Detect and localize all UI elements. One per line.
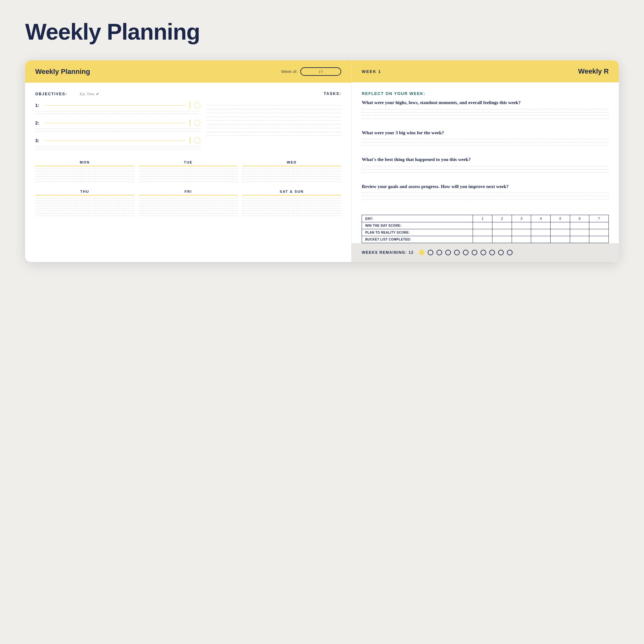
tue-d1	[139, 169, 238, 169]
objectives-col: 1: 2:	[35, 102, 203, 155]
mon-d1	[35, 169, 134, 169]
fri-label: FRI	[139, 190, 238, 193]
day-col-wed: WED	[242, 160, 341, 184]
checkmark-icon: ✓	[96, 92, 99, 96]
days-section: MON TUE	[35, 160, 341, 218]
fri-d8	[139, 216, 238, 216]
thu-d4	[35, 206, 134, 206]
tue-d3	[139, 174, 238, 174]
bucket-list-5	[551, 236, 570, 243]
plan-reality-3	[512, 229, 531, 236]
est-time-label: Est. Time ✓	[80, 92, 99, 96]
objective-1: 1:	[35, 102, 200, 114]
right-body: REFLECT ON YOUR WEEK: What were your hig…	[352, 82, 619, 243]
day-col-tue: TUE	[139, 160, 238, 184]
day-header: Day:	[362, 215, 473, 222]
satsun-d6	[242, 211, 341, 211]
circle-icon-1	[194, 102, 200, 108]
reflect-question-2: What were your 3 big wins for the week?	[362, 129, 609, 136]
reflect-dotted-4a	[362, 193, 609, 193]
tue-d5	[139, 179, 238, 179]
bucket-list-7	[589, 236, 609, 243]
mon-underline	[35, 166, 134, 166]
tue-d2	[139, 171, 238, 172]
task-line-7	[207, 128, 341, 128]
plan-reality-label: PLAN TO REALITY SCORE:	[362, 229, 473, 236]
bucket-list-row: BUCKET LIST COMPLETED:	[362, 236, 609, 243]
objectives-tasks-header: OBJECTIVES: Est. Time ✓ TASKS:	[35, 92, 341, 96]
dot-10	[498, 250, 504, 255]
fri-d3	[139, 203, 238, 203]
dot-8	[480, 250, 486, 255]
reflect-section: REFLECT ON YOUR WEEK: What were your hig…	[362, 91, 609, 122]
footer-bar: WEEKS REMAINING: 12	[352, 243, 619, 262]
dot-9	[489, 250, 495, 255]
mon-label: MON	[35, 160, 134, 164]
fri-d7	[139, 213, 238, 214]
dot-11	[507, 250, 513, 255]
tue-label: TUE	[139, 160, 238, 164]
reflect-dotted-4b	[362, 196, 609, 196]
reflect-section-2: What were your 3 big wins for the week?	[362, 129, 609, 149]
plan-reality-5	[551, 229, 570, 236]
task-line-9	[207, 136, 341, 136]
thu-d2	[35, 201, 134, 201]
win-day-5	[551, 222, 570, 229]
thu-d6	[35, 211, 134, 211]
day-2-header: 2	[492, 215, 512, 222]
circle-icon-2	[194, 120, 200, 126]
reflect-section-3: What's the best thing that happened to y…	[362, 156, 609, 175]
task-line-3	[207, 113, 341, 113]
day-col-satsun: SAT & SUN	[242, 190, 341, 218]
tue-d4	[139, 176, 238, 177]
week-of-area: Week of:	[281, 67, 341, 76]
win-day-7	[589, 222, 609, 229]
fri-d1	[139, 198, 238, 198]
day-7-header: 7	[589, 215, 609, 222]
weekly-r-label: Weekly R	[578, 67, 609, 75]
planner-container: Weekly Planning Week of: OBJECTIVES: Est…	[25, 60, 619, 262]
scores-table: Day: 1 2 3 4 5 6 7 WIN THE DAY SCORE:	[362, 215, 609, 243]
objective-3-row: 3:	[35, 137, 200, 144]
wed-d1	[242, 169, 341, 169]
win-day-1	[473, 222, 492, 229]
satsun-d2	[242, 201, 341, 201]
fri-d2	[139, 201, 238, 201]
week-of-input[interactable]	[300, 67, 341, 76]
thu-label: THU	[35, 190, 134, 193]
bucket-list-6	[570, 236, 589, 243]
thu-d1	[35, 198, 134, 198]
tue-underline	[139, 166, 238, 166]
day-col-thu: THU	[35, 190, 134, 218]
day-5-header: 5	[551, 215, 570, 222]
left-header: Weekly Planning Week of:	[25, 60, 351, 83]
reflect-dotted-4c	[362, 199, 609, 199]
win-day-3	[512, 222, 531, 229]
mon-d4	[35, 176, 134, 177]
time-bar-2	[190, 119, 190, 126]
satsun-d3	[242, 203, 341, 203]
task-line-1	[207, 105, 341, 106]
task-line-2	[207, 109, 341, 109]
dot-3	[436, 250, 442, 255]
objective-2-row: 2:	[35, 119, 200, 126]
bucket-list-2	[492, 236, 512, 243]
bucket-list-4	[531, 236, 551, 243]
win-day-6	[570, 222, 589, 229]
objective-1-line	[45, 105, 186, 106]
left-header-title: Weekly Planning	[35, 68, 90, 76]
dotted-2a	[35, 129, 200, 129]
left-panel: Weekly Planning Week of: OBJECTIVES: Est…	[25, 60, 352, 262]
wed-d2	[242, 171, 341, 172]
reflect-question-4: Review your goals and assess progress. H…	[362, 183, 609, 190]
fri-d4	[139, 206, 238, 206]
tasks-col	[203, 102, 341, 155]
day-col-mon: MON	[35, 160, 134, 184]
plan-reality-7	[589, 229, 609, 236]
reflect-dotted-1d	[362, 119, 609, 119]
objective-3: 3:	[35, 137, 200, 149]
thu-d3	[35, 203, 134, 203]
bucket-list-1	[473, 236, 492, 243]
left-body: OBJECTIVES: Est. Time ✓ TASKS: 1:	[25, 83, 351, 262]
page-title: Weekly Planning	[25, 19, 619, 45]
